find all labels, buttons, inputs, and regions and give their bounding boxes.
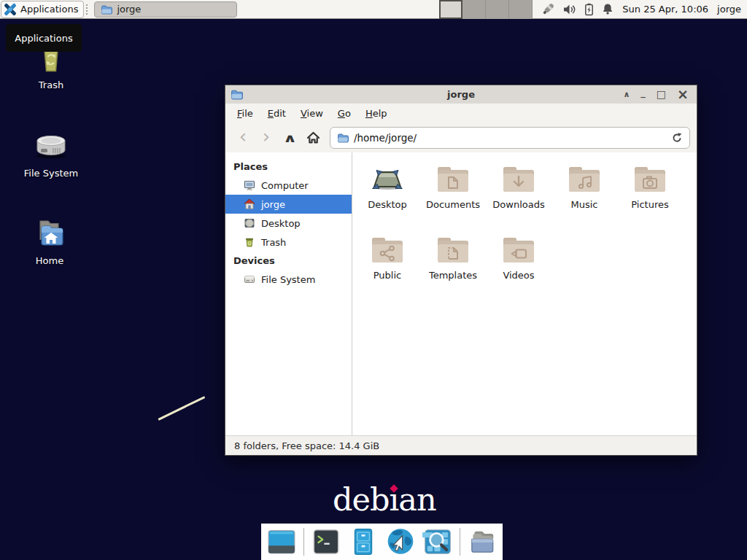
file-manager-window: jorge ∧ _ □ × File Edit View Go Help ‹ ›… [225,85,697,456]
file-item-downloads[interactable]: Downloads [486,162,551,233]
path-text[interactable]: /home/jorge/ [354,132,666,144]
shade-button[interactable]: ∧ [623,85,630,104]
folder-templates-icon [436,233,471,268]
folder-icon [101,4,112,15]
minimize-button[interactable]: _ [640,83,646,101]
bell-icon[interactable] [602,3,614,15]
file-item-videos[interactable]: Videos [486,233,551,303]
taskbar-window-label: jorge [117,4,141,15]
file-item-label: Music [571,199,598,210]
up-icon: ∧ [282,131,297,145]
sidebar-item-label: Desktop [261,218,301,229]
sidebar-item-label: Trash [261,237,286,248]
trash-icon [244,236,255,248]
places-header: Places [225,158,352,176]
sidebar-item-computer[interactable]: Computer [225,176,352,195]
reload-icon[interactable] [671,132,683,144]
tooltip-text: Applications [15,33,72,44]
panel-handle[interactable] [86,4,92,15]
workspace-cell[interactable] [486,0,509,19]
window-folder-icon [231,88,243,101]
hard-drive-icon [33,128,69,163]
application-finder-icon [422,526,453,557]
menu-edit[interactable]: Edit [260,105,293,122]
workspace-cell-active[interactable] [439,0,462,19]
show-desktop-icon [266,526,297,557]
file-item-label: Documents [426,199,480,210]
sidebar-item-label: Computer [261,180,309,191]
desktop-artifact-line [158,396,205,421]
sidebar-item-desktop[interactable]: Desktop [225,214,352,233]
dock-panel [261,524,503,560]
forward-button[interactable]: › [255,128,277,148]
path-folder-icon [337,132,349,144]
file-item-desktop[interactable]: Desktop [355,162,420,233]
desktop: Applications jorge [0,0,747,560]
terminal-icon [311,526,341,557]
maximize-button[interactable]: □ [657,85,666,104]
folder-music-icon [567,162,602,197]
xfce-logo-icon [4,3,17,16]
file-item-music[interactable]: Music [551,162,617,233]
applications-menu-button[interactable]: Applications [1,1,84,18]
volume-icon[interactable] [563,4,576,15]
file-item-label: Videos [503,270,534,281]
file-item-label: Templates [429,270,477,281]
file-item-pictures[interactable]: Pictures [617,162,683,233]
workspace-cell[interactable] [509,0,533,19]
file-manager-launcher[interactable] [348,526,379,557]
home-button[interactable] [302,128,324,148]
desktop-icon-file-system[interactable]: File System [10,128,92,179]
sidebar-item-jorge[interactable]: jorge [225,195,352,214]
top-panel: Applications jorge [0,0,747,19]
close-button[interactable]: × [677,85,689,104]
window-titlebar[interactable]: jorge ∧ _ □ × [225,85,697,104]
applications-menu-label: Applications [20,4,78,15]
toolbar: ‹ › ∧ /home/jorge/ [225,123,697,152]
sidebar: Places Computer [225,152,352,435]
status-text: 8 folders, Free space: 14.4 GiB [234,440,379,451]
folder-documents-icon [436,162,471,197]
file-item-label: Public [374,270,401,281]
file-item-documents[interactable]: Documents [420,162,486,233]
desktop-icon-home[interactable]: Home [9,216,90,266]
back-icon: ‹ [239,127,247,146]
taskbar-window-button[interactable]: jorge [94,1,237,18]
window-body: Places Computer [225,152,697,435]
sidebar-item-file-system[interactable]: File System [225,270,352,289]
folder-pictures-icon [632,162,667,197]
mouse-icon[interactable] [541,2,555,16]
home-folder-icon [31,216,68,251]
battery-icon[interactable] [584,3,594,16]
file-cabinet-icon [348,526,379,557]
forward-icon: › [263,127,270,146]
menu-help[interactable]: Help [358,105,395,122]
applications-tooltip: Applications [6,24,82,52]
menu-go[interactable]: Go [330,105,358,122]
terminal-launcher[interactable] [311,526,341,557]
computer-icon [244,179,255,191]
workspace-switcher[interactable] [439,0,533,19]
web-browser-launcher[interactable] [385,526,416,557]
folder-public-icon [370,233,405,268]
desktop-icon-label: Home [36,255,63,266]
up-button[interactable]: ∧ [279,128,301,148]
home-icon [244,198,255,210]
application-finder-launcher[interactable] [422,526,453,557]
dock-separator [460,528,460,556]
sidebar-item-trash[interactable]: Trash [225,233,352,252]
menu-view[interactable]: View [293,105,330,122]
back-button[interactable]: ‹ [232,128,254,148]
file-item-public[interactable]: Public [355,233,420,303]
menu-file[interactable]: File [230,105,260,122]
desktop-icon [244,217,255,229]
clock[interactable]: Sun 25 Apr, 10:06 [622,4,708,15]
home-icon [306,131,321,145]
location-bar[interactable]: /home/jorge/ [330,127,690,149]
folder-launcher[interactable] [467,526,498,557]
file-item-label: Desktop [368,199,407,210]
show-desktop-button[interactable] [266,526,297,557]
file-item-templates[interactable]: Templates [420,233,486,303]
workspace-cell[interactable] [462,0,486,19]
username[interactable]: jorge [717,4,741,15]
